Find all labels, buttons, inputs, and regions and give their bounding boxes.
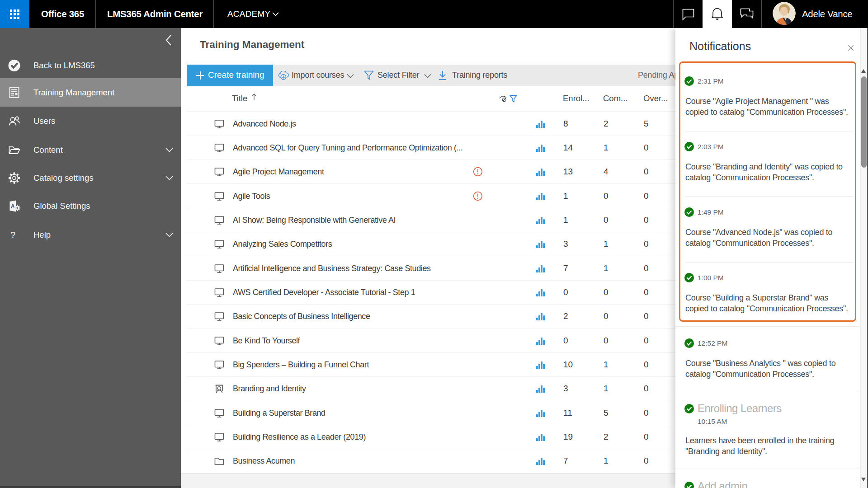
svg-text:A: A	[11, 203, 15, 210]
